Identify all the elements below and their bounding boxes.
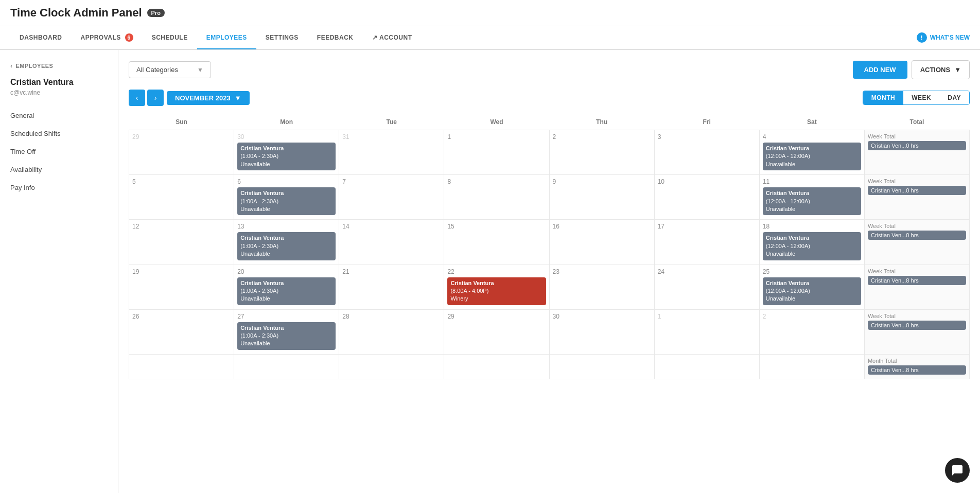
chat-button[interactable] [945,458,970,483]
main-nav: DASHBOARD APPROVALS 6 SCHEDULE EMPLOYEES… [0,26,980,50]
calendar-cell-w4-d4[interactable]: 30 [549,309,654,354]
view-week-button[interactable]: WEEK [903,91,939,104]
calendar-cell-w4-d3[interactable]: 29 [444,309,549,354]
day-number: 12 [132,223,231,230]
nav-dashboard[interactable]: DASHBOARD [10,27,72,48]
calendar-cell-w4-d2[interactable]: 28 [339,309,444,354]
calendar-cell-w2-d1[interactable]: 13Cristian Ventura(1:00A - 2:30A)Unavail… [234,220,339,265]
calendar-cell-w0-d5[interactable]: 3 [654,130,759,175]
total-event: Cristian Ven...0 hrs [868,141,966,150]
view-month-button[interactable]: MONTH [863,91,904,104]
calendar-event[interactable]: Cristian Ventura(1:00A - 2:30A)Unavailab… [237,143,336,170]
calendar-cell-w0-d0[interactable]: 29 [129,130,234,175]
calendar-cell-w5-d5[interactable] [654,354,759,379]
calendar-cell-w0-d3[interactable]: 1 [444,130,549,175]
calendar-event[interactable]: Cristian Ventura(1:00A - 2:30A)Unavailab… [237,187,336,215]
main-content: All Categories ▼ ADD NEW ACTIONS ▼ ‹ › N… [118,50,980,493]
calendar-event[interactable]: Cristian Ventura(12:00A - 12:00A)Unavail… [763,187,861,215]
calendar-week-4: 2627Cristian Ventura(1:00A - 2:30A)Unava… [129,309,970,354]
calendar-event[interactable]: Cristian Ventura(1:00A - 2:30A)Unavailab… [237,322,336,350]
whats-new-btn[interactable]: ! WHAT'S NEW [917,32,970,43]
sidebar-item-pay-info[interactable]: Pay Info [0,179,118,197]
calendar-cell-w5-d2[interactable] [339,354,444,379]
total-label: Week Total [868,313,966,319]
calendar-cell-w1-d3[interactable]: 8 [444,175,549,220]
app-title: Time Clock Admin Panel [10,6,142,20]
sidebar-back-btn[interactable]: ‹ EMPLOYEES [0,60,118,78]
calendar-cell-w4-d5[interactable]: 1 [654,309,759,354]
calendar-cell-w4-d1[interactable]: 27Cristian Ventura(1:00A - 2:30A)Unavail… [234,309,339,354]
col-mon: Mon [234,114,339,130]
day-number: 15 [447,223,546,230]
nav-account[interactable]: ↗ACCOUNT [363,27,422,48]
calendar-cell-w1-d5[interactable]: 10 [654,175,759,220]
calendar-cell-w5-d3[interactable] [444,354,549,379]
calendar-cell-w4-d0[interactable]: 26 [129,309,234,354]
day-number: 21 [342,268,441,275]
day-number: 5 [132,178,231,185]
nav-feedback[interactable]: FEEDBACK [308,27,363,48]
calendar-cell-w5-d4[interactable] [549,354,654,379]
sidebar-item-availability[interactable]: Availability [0,161,118,179]
calendar-cell-w1-d2[interactable]: 7 [339,175,444,220]
calendar-cell-w3-d3[interactable]: 22Cristian Ventura(8:00A - 4:00P)Winery [444,265,549,309]
actions-button[interactable]: ACTIONS ▼ [912,60,970,79]
calendar-event[interactable]: Cristian Ventura(1:00A - 2:30A)Unavailab… [237,277,336,305]
sidebar-item-time-off[interactable]: Time Off [0,143,118,161]
calendar-cell-w1-d4[interactable]: 9 [549,175,654,220]
calendar-week-3: 1920Cristian Ventura(1:00A - 2:30A)Unava… [129,265,970,309]
calendar-cell-w3-d1[interactable]: 20Cristian Ventura(1:00A - 2:30A)Unavail… [234,265,339,309]
calendar-cell-w3-d6[interactable]: 25Cristian Ventura(12:00A - 12:00A)Unava… [759,265,864,309]
week-total-cell-2: Week TotalCristian Ven...0 hrs [864,220,969,265]
category-dropdown[interactable]: All Categories ▼ [129,61,211,78]
col-thu: Thu [549,114,654,130]
calendar-cell-w2-d4[interactable]: 16 [549,220,654,265]
calendar-cell-w2-d6[interactable]: 18Cristian Ventura(12:00A - 12:00A)Unava… [759,220,864,265]
day-number: 25 [763,268,861,275]
chat-icon [951,464,964,477]
calendar-event[interactable]: Cristian Ventura(1:00A - 2:30A)Unavailab… [237,232,336,260]
calendar-cell-w5-d1[interactable] [234,354,339,379]
calendar-cell-w3-d5[interactable]: 24 [654,265,759,309]
view-day-button[interactable]: DAY [939,91,969,104]
calendar-cell-w1-d6[interactable]: 11Cristian Ventura(12:00A - 12:00A)Unava… [759,175,864,220]
calendar-event[interactable]: Cristian Ventura(12:00A - 12:00A)Unavail… [763,232,861,260]
calendar-cell-w1-d1[interactable]: 6Cristian Ventura(1:00A - 2:30A)Unavaila… [234,175,339,220]
sidebar-item-scheduled-shifts[interactable]: Scheduled Shifts [0,125,118,143]
calendar-event[interactable]: Cristian Ventura(8:00A - 4:00P)Winery [447,277,546,305]
calendar-cell-w2-d5[interactable]: 17 [654,220,759,265]
calendar-cell-w0-d4[interactable]: 2 [549,130,654,175]
nav-approvals[interactable]: APPROVALS 6 [72,26,143,49]
day-number: 10 [658,178,756,185]
add-new-button[interactable]: ADD NEW [853,61,907,79]
calendar-cell-w1-d0[interactable]: 5 [129,175,234,220]
calendar-event[interactable]: Cristian Ventura(12:00A - 12:00A)Unavail… [763,143,861,170]
prev-month-button[interactable]: ‹ [129,90,145,106]
calendar-cell-w0-d1[interactable]: 30Cristian Ventura(1:00A - 2:30A)Unavail… [234,130,339,175]
calendar-cell-w2-d3[interactable]: 15 [444,220,549,265]
calendar-cell-w0-d2[interactable]: 31 [339,130,444,175]
calendar-cell-w3-d4[interactable]: 23 [549,265,654,309]
nav-schedule[interactable]: SCHEDULE [143,27,197,48]
total-event: Cristian Ven...0 hrs [868,321,966,330]
nav-settings[interactable]: SETTINGS [256,27,308,48]
col-sat: Sat [759,114,864,130]
day-number: 3 [658,133,756,140]
calendar-cell-w2-d0[interactable]: 12 [129,220,234,265]
calendar-cell-w3-d0[interactable]: 19 [129,265,234,309]
calendar-cell-w0-d6[interactable]: 4Cristian Ventura(12:00A - 12:00A)Unavai… [759,130,864,175]
calendar-cell-w5-d0[interactable] [129,354,234,379]
next-month-button[interactable]: › [147,90,164,106]
whats-new-label: WHAT'S NEW [930,34,970,41]
sidebar-menu: General Scheduled Shifts Time Off Availa… [0,107,118,197]
calendar-cell-w5-d6[interactable] [759,354,864,379]
nav-employees[interactable]: EMPLOYEES [197,27,256,48]
calendar-cell-w4-d6[interactable]: 2 [759,309,864,354]
day-number: 7 [342,178,441,185]
sidebar-item-general[interactable]: General [0,107,118,125]
calendar-event[interactable]: Cristian Ventura(12:00A - 12:00A)Unavail… [763,277,861,305]
calendar-cell-w2-d2[interactable]: 14 [339,220,444,265]
calendar-cell-w3-d2[interactable]: 21 [339,265,444,309]
day-number: 13 [237,223,336,230]
month-selector-button[interactable]: NOVEMBER 2023 ▼ [167,91,250,105]
